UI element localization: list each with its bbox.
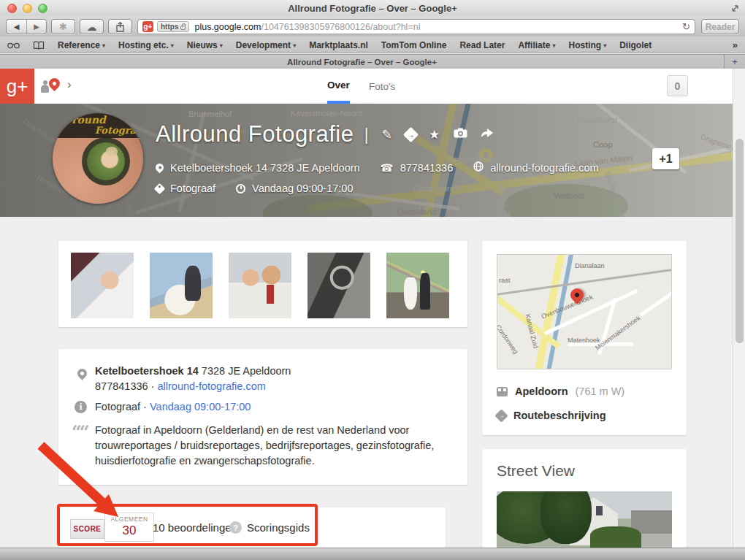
score-card: SCORE ALGEMEEN 30 10 beoordelingen ? Sco… bbox=[58, 507, 446, 549]
gplus-logo[interactable]: g+ bbox=[0, 69, 34, 104]
bookmarks-bar: Reference▾ Hosting etc.▾ Nieuws▾ Develop… bbox=[0, 37, 745, 53]
street-view-image[interactable] bbox=[497, 491, 672, 548]
site-favicon: g+ bbox=[142, 21, 153, 32]
edit-pencil-icon[interactable]: ✎ bbox=[379, 127, 395, 142]
reviews-count[interactable]: 10 beoordelingen bbox=[153, 521, 237, 534]
top-sites-button[interactable]: ✱ bbox=[51, 19, 75, 34]
share-button[interactable] bbox=[108, 19, 132, 34]
website-link[interactable]: allround-fotografie.com bbox=[157, 380, 265, 392]
tab-fotos[interactable]: Foto's bbox=[369, 69, 395, 104]
new-tab-button[interactable]: + bbox=[725, 54, 745, 69]
score-general-label: ALGEMEEN bbox=[110, 515, 148, 523]
directions-row[interactable]: Routebeschrijving bbox=[497, 410, 606, 421]
street-view-tree bbox=[540, 491, 592, 544]
bookmark-nieuws[interactable]: Nieuws▾ bbox=[187, 40, 223, 50]
bookmark-affiliate[interactable]: Affiliate▾ bbox=[518, 40, 555, 50]
chevron-right-icon[interactable]: › bbox=[67, 77, 72, 92]
bookmark-marktplaats[interactable]: Marktplaats.nl bbox=[309, 40, 368, 50]
transit-station-icon bbox=[497, 387, 508, 396]
reload-button[interactable]: ↻ bbox=[682, 21, 690, 32]
page-scrollbar[interactable] bbox=[733, 69, 745, 548]
photo-thumbnail[interactable] bbox=[386, 253, 449, 318]
url-domain: plus.google.com bbox=[194, 22, 261, 32]
map-pin-icon bbox=[47, 76, 62, 91]
score-badge: SCORE bbox=[70, 519, 104, 539]
mini-map[interactable]: Dianalaan raat Ovenbouwershoek Kanaal Zu… bbox=[497, 254, 672, 369]
share-arrow-icon[interactable] bbox=[479, 127, 495, 142]
local-page-icon bbox=[41, 78, 63, 94]
page-title: Allround Fotografie bbox=[156, 121, 354, 147]
help-icon[interactable]: ? bbox=[229, 521, 242, 534]
map-label: Matenhorst bbox=[577, 115, 617, 124]
score-value-box: ALGEMEEN 30 bbox=[104, 513, 154, 542]
clock-icon bbox=[236, 184, 245, 193]
bookmark-reference[interactable]: Reference▾ bbox=[58, 40, 105, 50]
cover-category: Fotograaf bbox=[170, 183, 215, 194]
info-phone: 877841336 bbox=[95, 380, 148, 392]
tab-over[interactable]: Over bbox=[327, 69, 350, 104]
scrollbar-thumb[interactable] bbox=[736, 139, 744, 343]
street-view-title: Street View bbox=[497, 462, 575, 480]
cover-photo: Brummelhof Kayersmolen-Noord Kuyperstraa… bbox=[0, 104, 745, 217]
map-rail-line bbox=[497, 269, 672, 296]
camera-icon[interactable] bbox=[453, 127, 469, 142]
plus-one-button[interactable]: +1 bbox=[652, 148, 679, 169]
map-label: Gruttersdreef bbox=[413, 184, 461, 193]
cover-hours: Vandaag 09:00-17:00 bbox=[252, 183, 353, 194]
city-row: Apeldoorn (761 m W) bbox=[497, 386, 624, 397]
browser-tab[interactable]: Allround Fotografie – Over – Google+ bbox=[0, 54, 725, 69]
person-icon bbox=[41, 85, 49, 93]
bookmarks-overflow-button[interactable]: » bbox=[733, 39, 738, 50]
cover-website-link[interactable]: allround-fotografie.com bbox=[490, 162, 598, 174]
photo-thumbnail[interactable] bbox=[71, 253, 134, 318]
bookmark-hosting[interactable]: Hosting▾ bbox=[568, 40, 606, 50]
window-bottom-frame bbox=[0, 548, 745, 560]
back-button[interactable]: ◀ bbox=[7, 20, 26, 34]
map-road bbox=[640, 284, 672, 316]
city-name: Apeldoorn bbox=[515, 386, 568, 397]
address-bar[interactable]: g+ https plus.google.com /10476139830597… bbox=[137, 19, 695, 34]
category-tag-icon bbox=[154, 183, 166, 194]
profile-photo[interactable]: round Fotogra bbox=[53, 113, 143, 204]
bookmark-tomtom[interactable]: TomTom Online bbox=[381, 40, 447, 50]
directions-icon[interactable] bbox=[403, 126, 419, 142]
info-category: Fotograaf bbox=[95, 401, 140, 413]
dropdown-arrow-icon: ▾ bbox=[552, 42, 555, 49]
bookmark-hosting-etc[interactable]: Hosting etc.▾ bbox=[118, 40, 174, 50]
map-label: DekaMarkt bbox=[397, 207, 436, 216]
dropdown-arrow-icon: ▾ bbox=[171, 42, 174, 49]
location-pin-icon bbox=[75, 367, 88, 380]
photo-thumbnail[interactable] bbox=[307, 253, 370, 318]
map-label: Matenhoek bbox=[568, 337, 600, 344]
directions-icon bbox=[494, 409, 508, 422]
dropdown-arrow-icon: ▾ bbox=[293, 42, 296, 49]
map-label: Veldpost bbox=[554, 191, 584, 200]
fullscreen-icon[interactable] bbox=[730, 4, 740, 13]
forward-button[interactable]: ▶ bbox=[26, 20, 46, 34]
cover-contact-row: Ketelboetershoek 14 7328 JE Apeldoorn ☎ … bbox=[156, 161, 599, 174]
bookmarks-icon[interactable] bbox=[33, 41, 45, 50]
icloud-tabs-button[interactable]: ☁ bbox=[80, 19, 104, 34]
location-pin-icon bbox=[154, 162, 166, 174]
map-label: Cordonweg bbox=[497, 323, 519, 355]
score-value: 30 bbox=[123, 523, 137, 538]
notification-count[interactable]: 0 bbox=[667, 75, 688, 96]
bookmark-read-later[interactable]: Read Later bbox=[459, 40, 505, 50]
street-view-card: Street View bbox=[482, 449, 687, 548]
reading-list-icon[interactable] bbox=[7, 42, 20, 49]
bookmark-diigolet[interactable]: Diigolet bbox=[619, 40, 652, 50]
photo-thumbnail[interactable] bbox=[150, 253, 213, 318]
directions-label: Routebeschrijving bbox=[513, 410, 606, 421]
bookmark-development[interactable]: Development▾ bbox=[236, 40, 296, 50]
hours-link[interactable]: Vandaag 09:00-17:00 bbox=[150, 401, 251, 413]
scoring-guide-link[interactable]: Scoringsgids bbox=[247, 521, 310, 534]
dropdown-arrow-icon: ▾ bbox=[603, 42, 606, 49]
url-path: /104761398305976800126/about?hl=nl bbox=[261, 22, 682, 32]
info-icon: i bbox=[74, 401, 87, 413]
browser-toolbar: ◀ ▶ ✱ ☁ g+ https plus.google.com /104761… bbox=[0, 16, 745, 37]
reader-button[interactable]: Reader bbox=[701, 19, 739, 34]
photo-thumbnail[interactable] bbox=[229, 253, 291, 318]
window-titlebar: Allround Fotografie – Over – Google+ bbox=[0, 0, 745, 16]
nav-buttons: ◀ ▶ bbox=[6, 19, 47, 34]
star-icon[interactable]: ★ bbox=[427, 127, 443, 142]
